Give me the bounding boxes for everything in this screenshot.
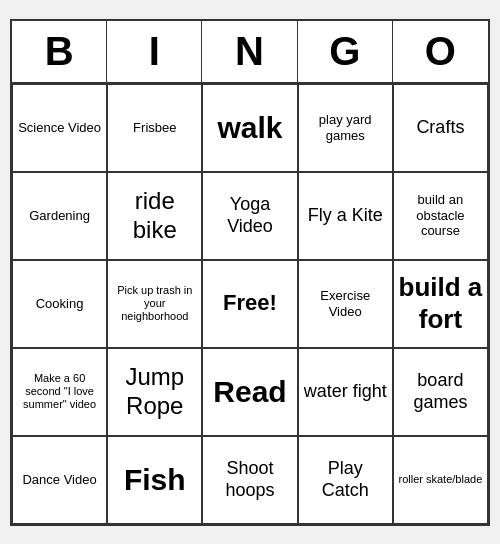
bingo-cell-22: Shoot hoops [202,436,297,524]
bingo-cell-9: build an obstacle course [393,172,488,260]
bingo-cell-24: roller skate/blade [393,436,488,524]
bingo-cell-3: play yard games [298,84,393,172]
bingo-cell-1: Frisbee [107,84,202,172]
bingo-cell-13: Exercise Video [298,260,393,348]
bingo-cell-23: Play Catch [298,436,393,524]
bingo-grid: Science VideoFrisbeewalkplay yard gamesC… [12,84,488,524]
bingo-cell-15: Make a 60 second "I love summer" video [12,348,107,436]
bingo-cell-4: Crafts [393,84,488,172]
bingo-header: BINGO [12,21,488,84]
bingo-cell-6: ride bike [107,172,202,260]
bingo-card: BINGO Science VideoFrisbeewalkplay yard … [10,19,490,526]
bingo-cell-10: Cooking [12,260,107,348]
bingo-letter-b: B [12,21,107,82]
bingo-cell-18: water fight [298,348,393,436]
bingo-letter-i: I [107,21,202,82]
bingo-cell-7: Yoga Video [202,172,297,260]
bingo-letter-n: N [202,21,297,82]
bingo-cell-11: Pick up trash in your neighborhood [107,260,202,348]
bingo-cell-17: Read [202,348,297,436]
bingo-cell-20: Dance Video [12,436,107,524]
bingo-letter-g: G [298,21,393,82]
bingo-cell-12: Free! [202,260,297,348]
bingo-cell-8: Fly a Kite [298,172,393,260]
bingo-cell-2: walk [202,84,297,172]
bingo-cell-16: Jump Rope [107,348,202,436]
bingo-cell-0: Science Video [12,84,107,172]
bingo-letter-o: O [393,21,488,82]
bingo-cell-19: board games [393,348,488,436]
bingo-cell-14: build a fort [393,260,488,348]
bingo-cell-21: Fish [107,436,202,524]
bingo-cell-5: Gardening [12,172,107,260]
